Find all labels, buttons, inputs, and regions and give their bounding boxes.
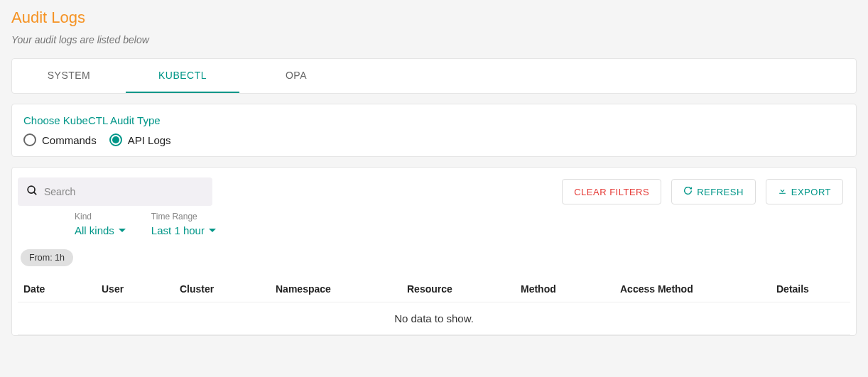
table-header: Date User Cluster Namespace Resource Met… xyxy=(18,276,850,302)
search-icon xyxy=(26,185,38,199)
radio-commands-label: Commands xyxy=(42,134,97,146)
refresh-label: REFRESH xyxy=(697,187,744,197)
svg-line-1 xyxy=(34,192,37,195)
clear-filters-button[interactable]: CLEAR FILTERS xyxy=(562,179,661,204)
th-date: Date xyxy=(23,283,102,295)
filter-kind: Kind All kinds xyxy=(75,212,126,236)
audit-type-card: Choose KubeCTL Audit Type Commands API L… xyxy=(11,104,857,157)
export-label: EXPORT xyxy=(791,187,831,197)
tabs-card: SYSTEM KUBECTL OPA xyxy=(11,58,857,94)
svg-rect-2 xyxy=(779,193,786,194)
radio-circle-icon xyxy=(109,133,122,146)
search-wrap[interactable] xyxy=(18,177,212,206)
th-details: Details xyxy=(776,283,845,295)
action-buttons: CLEAR FILTERS REFRESH EX xyxy=(562,179,850,204)
filter-time-label: Time Range xyxy=(151,212,216,222)
refresh-button[interactable]: REFRESH xyxy=(671,179,756,204)
filter-kind-select[interactable]: All kinds xyxy=(75,224,126,236)
filter-kind-label: Kind xyxy=(75,212,126,222)
table-empty-row: No data to show. xyxy=(18,302,850,335)
filter-kind-value: All kinds xyxy=(75,224,114,236)
th-resource: Resource xyxy=(407,283,521,295)
radio-api-logs[interactable]: API Logs xyxy=(109,133,171,146)
filters-card: CLEAR FILTERS REFRESH EX xyxy=(11,167,857,336)
tab-opa[interactable]: OPA xyxy=(239,59,353,93)
filter-selects: Kind All kinds Time Range Last 1 hour xyxy=(18,212,850,236)
filter-time-range: Time Range Last 1 hour xyxy=(151,212,216,236)
th-access-method: Access Method xyxy=(620,283,776,295)
audit-type-title: Choose KubeCTL Audit Type xyxy=(23,114,845,126)
filter-time-value: Last 1 hour xyxy=(151,224,205,236)
svg-point-0 xyxy=(28,186,35,193)
radio-dot-icon xyxy=(112,136,119,143)
tab-system[interactable]: SYSTEM xyxy=(12,59,126,93)
chevron-down-icon xyxy=(209,229,216,232)
refresh-icon xyxy=(683,186,693,197)
th-user: User xyxy=(102,283,180,295)
th-namespace: Namespace xyxy=(276,283,407,295)
th-method: Method xyxy=(521,283,620,295)
search-input[interactable] xyxy=(44,186,204,197)
filter-time-select[interactable]: Last 1 hour xyxy=(151,224,216,236)
chevron-down-icon xyxy=(119,229,126,232)
tabs-bar: SYSTEM KUBECTL OPA xyxy=(12,59,856,93)
filter-chips: From: 1h xyxy=(18,249,850,266)
radio-api-logs-label: API Logs xyxy=(128,134,171,146)
th-cluster: Cluster xyxy=(180,283,276,295)
clear-filters-label: CLEAR FILTERS xyxy=(574,187,649,197)
audit-type-radio-group: Commands API Logs xyxy=(23,133,845,146)
radio-commands[interactable]: Commands xyxy=(23,133,97,146)
export-button[interactable]: EXPORT xyxy=(766,179,843,204)
download-icon xyxy=(778,186,787,197)
filters-top-row: CLEAR FILTERS REFRESH EX xyxy=(18,177,850,206)
chip-from[interactable]: From: 1h xyxy=(21,249,73,266)
tab-kubectl[interactable]: KUBECTL xyxy=(126,59,239,93)
page-title: Audit Logs xyxy=(11,9,857,27)
page-subtitle: Your audit logs are listed below xyxy=(11,34,857,45)
radio-circle-icon xyxy=(23,133,36,146)
